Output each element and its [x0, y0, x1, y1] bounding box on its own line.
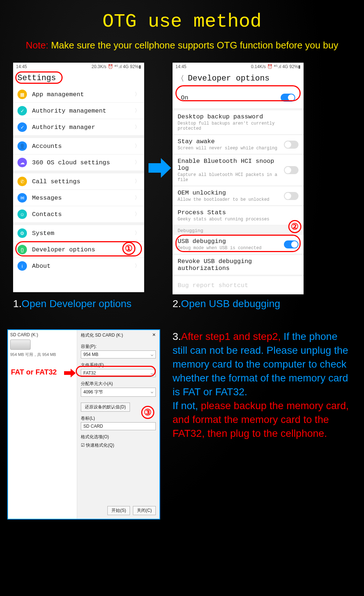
usb-debugging-row[interactable]: USB debugging Debug mode when USB is con… — [173, 235, 304, 254]
chevron-down-icon: ⌵ — [151, 370, 153, 376]
arrow-icon — [149, 163, 161, 173]
options-label: 格式化选项(O) — [81, 434, 156, 440]
sd-card-sub: 954 MB 可用，共 954 MB — [10, 352, 75, 357]
toggle-usb-debug[interactable] — [284, 240, 298, 248]
circled-one: ① — [122, 242, 135, 255]
step3-text: 3.After step1 and step2, If the phone st… — [173, 330, 355, 440]
dev-item-sub: Screen will never sleep while charging — [178, 146, 284, 151]
restore-defaults-button[interactable]: 还原设备的默认值(D) — [81, 403, 130, 412]
format-dialog: SD CARD (K:) 954 MB 可用，共 954 MB 格式化 SD C… — [7, 329, 160, 519]
settings-item[interactable]: ✓ Authority management 〉 — [13, 103, 144, 119]
item-label: Messages — [32, 195, 135, 201]
settings-item[interactable]: ✉ Messages 〉 — [13, 190, 144, 206]
cap1-text: Open Developer options — [21, 298, 131, 309]
fs-label: 文件系统(F) — [81, 362, 156, 368]
item-icon: ✉ — [17, 193, 27, 203]
on-label: On — [181, 94, 281, 101]
settings-item[interactable]: ☁ 360 OS cloud settings 〉 — [13, 154, 144, 170]
sd-card-icon — [10, 340, 31, 350]
settings-item[interactable]: ✓ Authority manager 〉 — [13, 119, 144, 135]
chevron-right-icon: 〉 — [135, 107, 140, 114]
settings-item[interactable]: ✆ Call settings 〉 — [13, 173, 144, 190]
item-icon: ☁ — [17, 158, 27, 167]
chevron-down-icon: ⌵ — [151, 352, 153, 357]
settings-item[interactable]: ⚙ System 〉 — [13, 225, 144, 242]
dialog-title: 格式化 SD CARD (K:) — [81, 332, 123, 338]
dev-item-sub: Geeky stats about running processes — [178, 217, 298, 222]
close-button[interactable]: 关闭(C) — [133, 506, 156, 515]
item-icon: ✓ — [17, 106, 27, 115]
toggle[interactable] — [284, 141, 298, 149]
bug-report-row[interactable]: Bug report shortcut — [173, 276, 304, 294]
dev-item-title: Stay awake — [178, 138, 284, 145]
dev-item[interactable]: Stay awakeScreen will never sleep while … — [173, 135, 304, 154]
dialog-left-panel: SD CARD (K:) 954 MB 可用，共 954 MB — [8, 330, 77, 519]
toggle-on[interactable] — [281, 94, 295, 102]
status-time: 14:45 — [175, 64, 186, 71]
status-right: 0.14K/s ⏰ ⁴ᴳ.ıl 4G 92%▮ — [251, 64, 301, 71]
item-icon: ☺ — [17, 209, 27, 219]
chevron-right-icon: 〉 — [135, 211, 140, 217]
dev-title: Developer options — [188, 74, 269, 83]
bug-report-label: Bug report shortcut — [178, 282, 298, 289]
item-icon: 👤 — [17, 141, 27, 151]
chevron-right-icon: 〉 — [135, 178, 140, 185]
quick-format-checkbox[interactable]: ☑ 快速格式化(Q) — [81, 442, 156, 448]
chevron-right-icon: 〉 — [135, 124, 140, 130]
item-icon: ⚙ — [17, 228, 27, 238]
capacity-select[interactable]: 954 MB⌵ — [81, 350, 156, 358]
close-icon[interactable]: ✕ — [152, 332, 156, 338]
alloc-select[interactable]: 4096 字节⌵ — [81, 388, 156, 397]
phone-settings: 14:45 20.3K/s ⏰ ⁴ᴳ.ıl 4G 92%▮ Settings ▦… — [13, 63, 144, 292]
start-button[interactable]: 开始(S) — [107, 506, 130, 515]
dev-item[interactable]: OEM unlockingAllow the bootloader to be … — [173, 187, 304, 205]
caption-step2: 2.Open USB debugging — [173, 298, 280, 310]
status-bar: 14:45 0.14K/s ⏰ ⁴ᴳ.ıl 4G 92%▮ — [173, 63, 304, 71]
dev-header: 〈 Developer options — [173, 71, 304, 87]
circled-three: ③ — [141, 406, 154, 419]
status-right: 20.3K/s ⏰ ⁴ᴳ.ıl 4G 92%▮ — [92, 64, 141, 71]
item-label: About — [32, 263, 135, 270]
dev-item-title: Enable Bluetooth HCI snoop log — [178, 158, 284, 172]
circled-two: ② — [288, 220, 301, 233]
debugging-section: Debugging — [173, 226, 304, 235]
note-text: Make sure the your cellphone supports OT… — [51, 40, 338, 51]
toggle[interactable] — [284, 192, 298, 200]
settings-item[interactable]: ☺ Contacts 〉 — [13, 206, 144, 222]
chevron-right-icon: 〉 — [135, 230, 140, 236]
fs-select[interactable]: FAT32⌵ — [81, 369, 156, 377]
page-title: OTG use method — [0, 0, 364, 32]
revoke-label: Revoke USB debugging authorizations — [178, 258, 298, 272]
settings-item[interactable]: ▦ App management 〉 — [13, 86, 144, 103]
step3-red1: After step1 and step2, — [181, 331, 281, 342]
caption-step1: 1.Open Developer options — [13, 298, 131, 310]
dev-item-title: Desktop backup password — [178, 113, 298, 120]
note-line: Note: Make sure the your cellphone suppo… — [0, 32, 364, 51]
cap2-num: 2. — [173, 298, 181, 309]
dev-item[interactable]: Enable Bluetooth HCI snoop logCapture al… — [173, 155, 304, 185]
volume-input[interactable]: SD CARD — [81, 422, 156, 430]
chevron-down-icon: ⌵ — [151, 389, 153, 395]
dev-item-sub: Capture all bluetooth HCI packets in a f… — [178, 172, 284, 183]
chevron-right-icon: 〉 — [135, 91, 140, 98]
chevron-right-icon: 〉 — [135, 159, 140, 166]
settings-header: Settings — [13, 71, 144, 86]
item-label: App management — [32, 91, 135, 98]
dev-item[interactable]: Process StatsGeeky stats about running p… — [173, 206, 304, 225]
status-bar: 14:45 20.3K/s ⏰ ⁴ᴳ.ıl 4G 92%▮ — [13, 63, 144, 71]
back-icon[interactable]: 〈 — [177, 74, 184, 83]
step3-blue2: If not, — [173, 400, 201, 411]
usb-debug-sub: Debug mode when USB is connected — [178, 246, 284, 251]
item-label: Call settings — [32, 178, 135, 185]
settings-item[interactable]: 👤 Accounts 〉 — [13, 138, 144, 154]
dev-item[interactable]: Desktop backup passwordDesktop full back… — [173, 110, 304, 134]
settings-item[interactable]: i About 〉 — [13, 258, 144, 274]
revoke-row[interactable]: Revoke USB debugging authorizations — [173, 255, 304, 275]
dev-on-toggle-row[interactable]: On — [175, 89, 301, 107]
toggle[interactable] — [284, 166, 298, 174]
fat-arrow-icon — [64, 371, 71, 375]
phone-developer-options: 14:45 0.14K/s ⏰ ⁴ᴳ.ıl 4G 92%▮ 〈 Develope… — [173, 63, 304, 292]
dev-item-sub: Desktop full backups aren't currently pr… — [178, 121, 298, 131]
chevron-right-icon: 〉 — [135, 195, 140, 201]
capacity-label: 容量(P): — [81, 344, 156, 350]
